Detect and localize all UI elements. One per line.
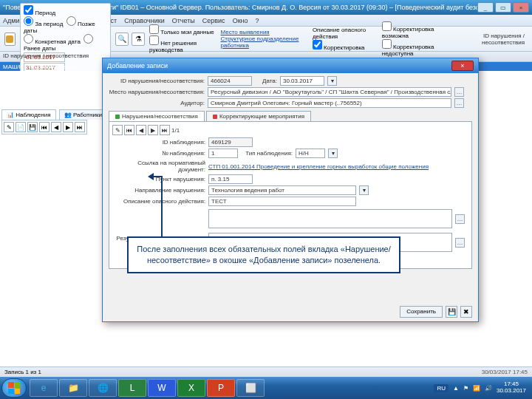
windows-logo-icon bbox=[8, 382, 20, 394]
norm-doc-link[interactable]: СТП 01.001.2014 Проведение и крепление г… bbox=[208, 163, 452, 170]
footer-close-icon[interactable]: ✖ bbox=[460, 306, 472, 318]
dialog-footer: Сохранить 💾 ✖ bbox=[103, 304, 478, 320]
korr-possible-checkbox[interactable] bbox=[382, 21, 392, 31]
obs-num-field[interactable]: 1 bbox=[208, 149, 238, 158]
task-app2-icon[interactable]: ⬜ bbox=[236, 379, 265, 397]
desc-expand-icon[interactable]: … bbox=[455, 214, 465, 224]
task-excel-icon[interactable]: X bbox=[177, 379, 205, 397]
status-record: Запись 1 из 1 bbox=[4, 369, 41, 375]
tray-clock[interactable]: 17:45 30.03.2017 bbox=[497, 381, 526, 395]
obs-num-label: № наблюдения: bbox=[112, 150, 205, 157]
panel-next[interactable]: ▶ bbox=[148, 125, 158, 135]
add-record-dialog: Добавление записи × ID нарушения/несоотв… bbox=[102, 58, 479, 322]
task-app1-icon[interactable]: L bbox=[118, 379, 146, 397]
tray-sound-icon[interactable]: 🔊 bbox=[485, 385, 492, 392]
stop-icon[interactable] bbox=[4, 33, 16, 46]
period-checkbox[interactable] bbox=[24, 5, 33, 15]
menu-reports[interactable]: Отчеты bbox=[172, 17, 195, 24]
close-button[interactable]: × bbox=[513, 2, 529, 13]
obs-id-label: ID наблюдения: bbox=[112, 139, 205, 146]
za-period-radio[interactable] bbox=[24, 16, 33, 26]
nav-next[interactable]: ▶ bbox=[63, 122, 73, 132]
panel-prev[interactable]: ◀ bbox=[136, 125, 146, 135]
annotation-callout: После заполнения всех обязательных полей… bbox=[127, 236, 400, 273]
menu-service[interactable]: Сервис bbox=[202, 17, 225, 24]
red-dot-icon bbox=[213, 115, 217, 119]
tab-workers[interactable]: 👥 Работники bbox=[59, 109, 107, 120]
id-column-label: ID нарушения / несоответствия bbox=[455, 33, 528, 46]
nav-doc-icon[interactable]: 📄 bbox=[16, 122, 26, 132]
desc-textarea[interactable] bbox=[208, 209, 452, 228]
nav-first[interactable]: ⏮ bbox=[39, 122, 50, 132]
link-block: Место выявления Структурное подразделени… bbox=[221, 29, 308, 49]
desc-label: Описание опасного действия: bbox=[112, 198, 205, 205]
concrete-radio[interactable] bbox=[24, 34, 33, 44]
tray-network-icon[interactable]: 📶 bbox=[473, 385, 480, 392]
desc-field[interactable]: ТЕСТ bbox=[208, 197, 356, 206]
panel-edit-icon[interactable]: ✎ bbox=[112, 125, 123, 135]
footer-save-icon[interactable]: 💾 bbox=[446, 306, 457, 318]
dialog-title: Добавление записи bbox=[107, 62, 451, 69]
dialog-close-button[interactable]: × bbox=[451, 61, 474, 71]
point-field[interactable]: п. 3.15 bbox=[208, 174, 253, 184]
place-field[interactable]: Ресурсный дивизион / АО "Воркутауголь" /… bbox=[208, 87, 451, 97]
filter-icon[interactable]: ⚗ bbox=[132, 33, 145, 46]
result-expand-icon[interactable]: … bbox=[455, 238, 465, 248]
korr-unavail-checkbox[interactable] bbox=[382, 39, 392, 49]
place-link[interactable]: Место выявления bbox=[221, 29, 308, 35]
task-explorer-icon[interactable]: 📁 bbox=[59, 379, 87, 397]
task-ie-icon[interactable]: e bbox=[30, 379, 58, 397]
nav-prev[interactable]: ◀ bbox=[51, 122, 61, 132]
menu-window[interactable]: Окно bbox=[233, 17, 248, 24]
struct-link[interactable]: Структурное подразделение работника bbox=[221, 35, 308, 49]
nav-last[interactable]: ⏭ bbox=[75, 122, 85, 132]
dir-field[interactable]: Технология ведения работ bbox=[208, 185, 356, 195]
mine-block: Только мои данные Нет решения руководств… bbox=[149, 24, 216, 53]
green-dot-icon bbox=[115, 115, 120, 119]
nav-save-icon[interactable]: 💾 bbox=[27, 122, 38, 132]
date-picker-icon[interactable]: ▾ bbox=[327, 76, 337, 86]
earlier-radio[interactable] bbox=[83, 34, 93, 44]
obs-type-dropdown-icon[interactable]: ▾ bbox=[328, 149, 338, 158]
korr-block: Корректировка возможна Корректировка нед… bbox=[382, 21, 451, 57]
obs-type-field[interactable]: Н/Н bbox=[296, 149, 325, 158]
tab-corrective[interactable]: Корректирующие мероприятия bbox=[206, 111, 311, 121]
later-radio[interactable] bbox=[66, 16, 76, 26]
minimize-button[interactable]: _ bbox=[477, 2, 494, 13]
korr-checkbox[interactable] bbox=[313, 40, 322, 50]
panel-last[interactable]: ⏭ bbox=[160, 125, 170, 135]
obs-id-field: 469129 bbox=[208, 137, 253, 147]
task-ppt-icon[interactable]: P bbox=[207, 379, 235, 397]
save-button[interactable]: Сохранить bbox=[400, 306, 443, 318]
task-chrome-icon[interactable]: 🌐 bbox=[89, 379, 117, 397]
col-id: ID нарушения / несоответствия bbox=[3, 52, 89, 61]
start-button[interactable] bbox=[1, 378, 27, 398]
task-word-icon[interactable]: W bbox=[148, 379, 176, 397]
obs-type-label: Тип наблюдения: bbox=[241, 150, 293, 157]
date-label: Дата: bbox=[255, 78, 277, 84]
tray-flag-icon[interactable]: ⚑ bbox=[463, 385, 468, 392]
dir-dropdown-icon[interactable]: ▾ bbox=[359, 185, 369, 195]
lang-indicator[interactable]: RU bbox=[434, 384, 449, 392]
no-decision-checkbox[interactable] bbox=[149, 35, 159, 45]
auditor-field[interactable]: Смирнов Дмитрий Олегович: Горный мастер … bbox=[208, 98, 451, 108]
id-field: 466024 bbox=[208, 76, 252, 86]
nav-edit-icon[interactable]: ✎ bbox=[4, 122, 14, 132]
binoculars-icon[interactable]: 🔍 bbox=[115, 33, 129, 46]
tab-violations[interactable]: Нарушения/несоответствия bbox=[109, 111, 205, 121]
panel-first[interactable]: ⏮ bbox=[124, 125, 134, 135]
toolbar-icons: 🔍 ⚗ bbox=[115, 33, 145, 46]
maximize-button[interactable]: ▭ bbox=[495, 2, 511, 13]
place-browse-icon[interactable]: … bbox=[454, 87, 464, 97]
only-mine-checkbox[interactable] bbox=[149, 24, 159, 34]
menu-refs[interactable]: Справочники bbox=[124, 17, 165, 24]
menu-help[interactable]: ? bbox=[256, 17, 259, 24]
filter-toolbar: Период За период Позже даты Конкретная д… bbox=[0, 27, 532, 52]
statusbar: Запись 1 из 1 30/03/2017 17:45 bbox=[0, 366, 532, 377]
tray-up-icon[interactable]: ▲ bbox=[453, 385, 459, 392]
date-field[interactable]: 30.03.2017 bbox=[280, 76, 324, 86]
panel-count: 1/1 bbox=[171, 127, 180, 134]
left-nav: ✎ 📄 💾 ⏮ ◀ ▶ ⏭ bbox=[1, 120, 87, 134]
tab-observations[interactable]: 📊 Наблюдения bbox=[1, 109, 56, 120]
auditor-browse-icon[interactable]: … bbox=[454, 98, 464, 108]
